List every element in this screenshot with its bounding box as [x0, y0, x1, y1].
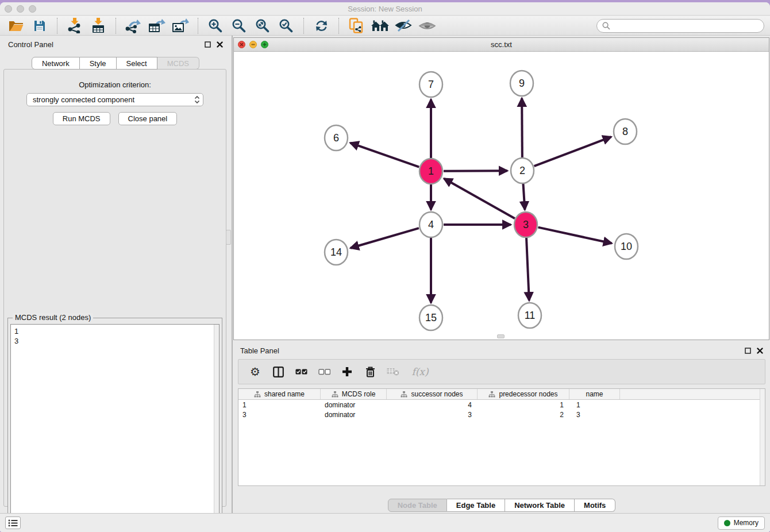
hide-selected-button[interactable]	[393, 17, 414, 34]
run-mcds-button[interactable]: Run MCDS	[53, 112, 110, 125]
zoom-out-button[interactable]	[229, 17, 249, 34]
table-panel-header: Table Panel	[233, 342, 770, 359]
network-canvas[interactable]: 1234678910111415	[234, 52, 769, 340]
close-panel-button[interactable]: Close panel	[118, 112, 178, 125]
zoom-fit-button[interactable]	[252, 17, 273, 34]
cell-predecessor-nodes[interactable]: 1	[478, 400, 569, 410]
memory-button[interactable]: Memory	[718, 516, 765, 530]
edge-3-10[interactable]	[538, 228, 611, 244]
network-minimize-button[interactable]	[249, 41, 257, 48]
tab-mcds[interactable]: MCDS	[157, 57, 199, 70]
delete-table-button-disabled	[384, 363, 402, 380]
search-field[interactable]	[596, 19, 764, 33]
refresh-button[interactable]	[311, 17, 332, 34]
split-columns-icon	[273, 367, 284, 377]
split-panel-button[interactable]	[270, 363, 287, 380]
cell-successor-nodes[interactable]: 3	[387, 410, 478, 419]
graph-node-14[interactable]: 14	[325, 240, 348, 265]
zoom-in-button[interactable]	[205, 17, 226, 34]
save-session-button[interactable]	[29, 17, 50, 34]
graph-node-6[interactable]: 6	[325, 125, 348, 151]
svg-text:14: 14	[330, 246, 342, 258]
cell-predecessor-nodes[interactable]: 2	[478, 410, 569, 419]
control-panel-header: Control Panel	[0, 36, 231, 53]
tab-style[interactable]: Style	[80, 57, 117, 70]
graph-node-8[interactable]: 8	[614, 119, 637, 144]
column-header-name[interactable]: name	[569, 389, 620, 399]
edge-4-14[interactable]	[351, 228, 419, 248]
delete-columns-button[interactable]	[361, 363, 379, 380]
export-image-button[interactable]	[170, 17, 191, 34]
edge-3-1[interactable]	[444, 179, 515, 218]
edge-2-8[interactable]	[534, 137, 611, 166]
graph-node-2[interactable]: 2	[511, 158, 534, 183]
canvas-splitter-handle[interactable]	[497, 334, 505, 338]
mcds-result-scrollbar[interactable]	[214, 325, 219, 532]
edge-1-2[interactable]	[444, 171, 507, 171]
tab-network[interactable]: Network	[32, 57, 80, 70]
deselect-all-rows-button[interactable]	[315, 363, 333, 380]
home-button[interactable]	[369, 17, 390, 34]
network-zoom-button[interactable]	[261, 41, 268, 48]
export-table-button[interactable]	[147, 17, 167, 34]
tab-network-table[interactable]: Network Table	[505, 499, 575, 512]
add-column-button[interactable]	[338, 363, 356, 380]
open-session-button[interactable]	[6, 17, 26, 34]
graph-node-15[interactable]: 15	[419, 305, 442, 330]
cell-name[interactable]: 3	[569, 410, 620, 419]
graph-node-4[interactable]: 4	[419, 212, 442, 237]
table-row[interactable]: 3 dominator 3 2 3	[238, 410, 765, 419]
column-header-mcds-role[interactable]: MCDS role	[321, 389, 387, 399]
tab-select[interactable]: Select	[117, 57, 157, 70]
close-panel-icon[interactable]	[757, 348, 763, 354]
float-panel-icon[interactable]	[205, 41, 211, 48]
table-scrollbar[interactable]	[760, 389, 765, 485]
search-input[interactable]	[613, 21, 759, 30]
tab-edge-table[interactable]: Edge Table	[447, 499, 505, 512]
cell-name[interactable]: 1	[569, 400, 620, 410]
select-all-rows-button[interactable]	[292, 363, 310, 380]
edge-3-11[interactable]	[526, 237, 529, 300]
column-header-shared-name[interactable]: shared name	[238, 389, 321, 399]
home-icon	[371, 20, 390, 32]
clone-network-button[interactable]	[346, 17, 367, 34]
cell-shared-name[interactable]: 1	[238, 400, 321, 410]
graph-node-1[interactable]: 1	[419, 159, 442, 184]
fx-icon: f(x)	[411, 366, 428, 377]
cell-shared-name[interactable]: 3	[238, 410, 321, 419]
table-row[interactable]: 1 dominator 4 1 1	[238, 400, 765, 410]
graph-node-10[interactable]: 10	[615, 234, 638, 259]
panel-divider-handle[interactable]	[226, 230, 231, 245]
mcds-result-text[interactable]: 1 3	[10, 324, 220, 532]
edge-2-9[interactable]	[522, 98, 522, 158]
import-network-button[interactable]	[64, 17, 85, 34]
float-panel-icon[interactable]	[745, 348, 751, 354]
table-settings-button[interactable]: ⚙	[247, 363, 264, 380]
graph-node-11[interactable]: 11	[518, 303, 541, 328]
cell-mcds-role[interactable]: dominator	[321, 400, 387, 410]
zoom-selected-button[interactable]	[276, 17, 297, 34]
import-table-button[interactable]	[88, 17, 109, 34]
network-window-title: scc.txt	[234, 40, 769, 49]
column-header-successor-nodes[interactable]: successor nodes	[387, 389, 478, 399]
export-network-button[interactable]	[123, 17, 144, 34]
criterion-dropdown[interactable]: strongly connected component	[26, 93, 203, 106]
tab-motifs[interactable]: Motifs	[575, 499, 615, 512]
close-x-icon	[240, 43, 244, 47]
edge-2-3[interactable]	[523, 183, 525, 210]
edge-1-6[interactable]	[351, 143, 419, 167]
network-close-button[interactable]	[238, 41, 245, 48]
cell-mcds-role[interactable]: dominator	[321, 410, 387, 419]
show-all-button[interactable]	[417, 17, 437, 34]
save-floppy-icon	[33, 20, 46, 32]
cell-successor-nodes[interactable]: 4	[387, 400, 478, 410]
task-history-button[interactable]	[5, 516, 21, 529]
close-panel-icon[interactable]	[217, 41, 223, 48]
graph-node-7[interactable]: 7	[419, 72, 442, 97]
graph-node-3[interactable]: 3	[514, 212, 537, 237]
network-graph-svg[interactable]: 1234678910111415	[234, 52, 769, 340]
tab-node-table[interactable]: Node Table	[388, 499, 447, 512]
control-panel-title: Control Panel	[8, 40, 53, 49]
column-header-predecessor-nodes[interactable]: predecessor nodes	[478, 389, 569, 399]
graph-node-9[interactable]: 9	[510, 71, 533, 96]
